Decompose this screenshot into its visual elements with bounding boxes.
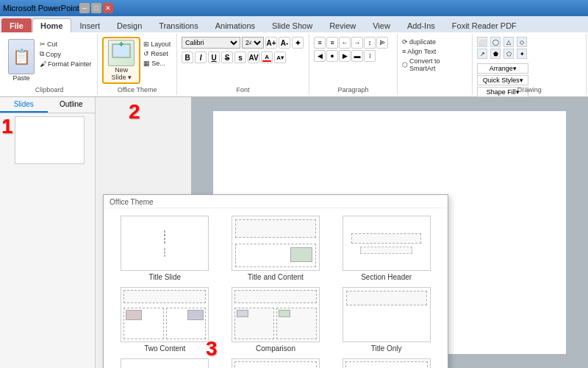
- arrange-button[interactable]: Arrange▾: [477, 63, 528, 74]
- layout-item-picture-caption[interactable]: Picture with Caption: [334, 358, 439, 368]
- shape-item[interactable]: ⬠: [503, 49, 514, 59]
- justify-button[interactable]: ▬: [351, 50, 363, 62]
- shape-item[interactable]: ◇: [517, 37, 527, 47]
- tab-design[interactable]: Design: [109, 18, 150, 32]
- decrease-indent-button[interactable]: ←: [339, 37, 351, 49]
- main-area: Slides Outline 1 Office Theme: [0, 97, 588, 368]
- minimize-button[interactable]: ─: [79, 3, 90, 13]
- comparison-content: [234, 308, 317, 339]
- numbering-button[interactable]: ≡: [326, 37, 338, 49]
- ribbon-tabs: File Home Insert Design Transitions Anim…: [0, 16, 588, 32]
- slide-preview-inner: [17, 118, 83, 163]
- text-direction-button[interactable]: ⟳ duplicate: [402, 38, 436, 46]
- layout-thumb-section-header: [343, 216, 431, 271]
- align-text-button[interactable]: ≡ Align Text: [402, 48, 436, 55]
- tab-file[interactable]: File: [1, 18, 32, 32]
- layout-button[interactable]: ⊞ Layout: [142, 40, 172, 49]
- layout-item-title-slide[interactable]: Title Slide: [112, 216, 218, 281]
- tab-view[interactable]: View: [365, 18, 398, 32]
- bullets-button[interactable]: ≡: [314, 37, 326, 49]
- dropdown-section-label: Office Theme: [104, 195, 448, 208]
- paste-icon: 📋: [8, 39, 35, 74]
- slides-tab[interactable]: Slides: [0, 97, 48, 113]
- ribbon-group-clipboard: 📋 Paste ✂ Cut ⧉ Copy 🖌 Format Painter Cl…: [1, 34, 98, 95]
- layout-item-comparison[interactable]: Comparison: [223, 287, 329, 353]
- line-spacing-button[interactable]: ↕: [364, 37, 376, 49]
- align-center-button[interactable]: ●: [326, 50, 338, 62]
- highlight-button[interactable]: A▾: [274, 52, 286, 63]
- paragraph-row1: ≡ ≡ ← → ↕ ⫸: [314, 37, 388, 49]
- picture-caption-area: [345, 361, 428, 368]
- format-painter-button[interactable]: 🖌 Format Painter: [38, 60, 93, 68]
- increase-font-button[interactable]: A+: [265, 37, 277, 49]
- outline-tab[interactable]: Outline: [48, 97, 96, 113]
- shadow-button[interactable]: s: [234, 52, 246, 63]
- restore-button[interactable]: □: [91, 3, 101, 13]
- slide-preview[interactable]: [15, 116, 85, 164]
- font-size-select[interactable]: 24: [242, 37, 264, 49]
- quick-styles-button[interactable]: Quick Styles▾: [477, 75, 528, 85]
- char-spacing-button[interactable]: AV: [248, 52, 259, 63]
- layout-thumb-picture-caption: [343, 358, 431, 368]
- align-left-button[interactable]: ◀: [314, 50, 326, 62]
- decrease-font-button[interactable]: A-: [279, 37, 290, 49]
- layout-thumb-title-slide: [121, 216, 209, 271]
- shape-item[interactable]: ◯: [490, 37, 501, 47]
- tab-review[interactable]: Review: [321, 18, 364, 32]
- ribbon-group-slides: NewSlide ▾ ⊞ Layout ↺ Reset ▦ Se... Offi…: [98, 34, 177, 95]
- section-icon: ▦: [143, 60, 150, 67]
- strikethrough-button[interactable]: S: [221, 52, 233, 63]
- layout-item-two-content[interactable]: Two Content: [112, 287, 218, 353]
- increase-indent-button[interactable]: →: [351, 37, 363, 49]
- font-name-select[interactable]: Calibri: [182, 37, 240, 49]
- reset-button[interactable]: ↺ Reset: [142, 49, 172, 58]
- cut-button[interactable]: ✂ Cut: [38, 40, 93, 49]
- layout-item-blank[interactable]: Blank: [112, 358, 218, 368]
- bold-button[interactable]: B: [182, 52, 193, 63]
- new-slide-button[interactable]: NewSlide ▾: [102, 37, 140, 84]
- ribbon-group-paragraph: ≡ ≡ ← → ↕ ⫸ ◀ ● ▶ ▬ ⁞ Paragraph: [309, 34, 398, 95]
- tab-insert[interactable]: Insert: [72, 18, 109, 32]
- align-right-button[interactable]: ▶: [339, 50, 351, 62]
- title-slide-sub-line: [164, 248, 165, 257]
- layout-thumb-title-content: [232, 216, 320, 271]
- tab-transitions[interactable]: Transitions: [151, 18, 206, 32]
- close-button[interactable]: ✕: [103, 3, 113, 13]
- shape-item[interactable]: ⬟: [490, 49, 501, 59]
- layout-item-title-only[interactable]: Title Only: [334, 287, 439, 353]
- font-color-button[interactable]: A: [261, 52, 273, 63]
- tc-image: [290, 247, 312, 262]
- tab-animations[interactable]: Animations: [207, 18, 263, 32]
- shape-item[interactable]: ⬜: [477, 37, 487, 47]
- copy-button[interactable]: ⧉ Copy: [38, 49, 93, 59]
- ribbon-group-drawing: ⬜ ◯ △ ◇ ↗ ⬟ ⬠ ✦ Arrange▾ Quick Styles▾ S…: [473, 34, 587, 95]
- shape-item[interactable]: ✦: [517, 49, 527, 59]
- tab-foxit[interactable]: Foxit Reader PDF: [444, 18, 525, 32]
- tab-home[interactable]: Home: [32, 18, 71, 32]
- underline-button[interactable]: U: [208, 52, 220, 63]
- italic-button[interactable]: I: [195, 52, 207, 63]
- new-slide-icon: [108, 40, 135, 66]
- layout-item-section-header[interactable]: Section Header: [334, 216, 439, 281]
- text-direction-content: ⟳ duplicate ≡ Align Text ⬡ Convert to Sm…: [401, 34, 469, 95]
- paste-button[interactable]: 📋 Paste: [6, 37, 37, 84]
- comparison-right: [276, 308, 317, 339]
- shape-item[interactable]: ↗: [477, 49, 487, 59]
- title-bar-title: Microsoft PowerPoint: [3, 4, 79, 13]
- new-slide-label: NewSlide ▾: [111, 66, 132, 81]
- clear-formatting-button[interactable]: ✦: [292, 37, 304, 49]
- two-content-area: [123, 308, 206, 339]
- shape-item[interactable]: △: [503, 37, 514, 47]
- tab-addins[interactable]: Add-Ins: [399, 18, 443, 32]
- layout-item-title-content[interactable]: Title and Content: [223, 216, 329, 281]
- columns-button[interactable]: ⫸: [376, 37, 388, 49]
- title-only-line: [346, 291, 427, 305]
- smartart-button[interactable]: ⁞: [364, 50, 376, 62]
- section-button[interactable]: ▦ Se...: [142, 59, 172, 68]
- convert-smartart-button[interactable]: ⬡ Convert to SmartArt: [402, 57, 467, 72]
- section-line2: [360, 247, 412, 254]
- step-3-label: 3: [206, 337, 218, 361]
- layout-item-content-caption[interactable]: 🖼 Content with Cap...: [223, 358, 329, 368]
- reset-icon: ↺: [143, 50, 149, 57]
- tab-slideshow[interactable]: Slide Show: [264, 18, 320, 32]
